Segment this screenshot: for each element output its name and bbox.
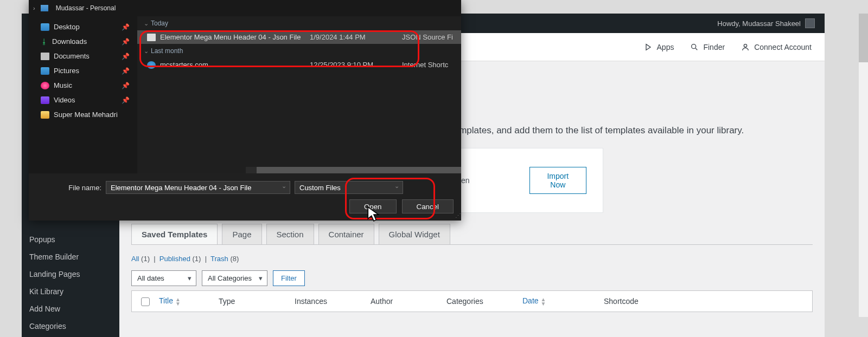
sidebar-item-add-new[interactable]: Add New [22, 300, 119, 317]
filename-label: File name: [36, 184, 101, 192]
pin-icon: 📌 [122, 53, 130, 60]
col-instances: Instances [295, 297, 371, 306]
filter-published[interactable]: Published [159, 255, 190, 263]
user-icon [741, 43, 750, 51]
template-tabs: Saved Templates Page Section Container G… [131, 224, 813, 244]
connect-account-link[interactable]: Connect Account [741, 43, 812, 51]
tab-saved-templates[interactable]: Saved Templates [131, 224, 218, 244]
sidebar-pictures[interactable]: Pictures📌 [29, 63, 137, 78]
browser-scrollbar[interactable] [859, 14, 868, 317]
cancel-button[interactable]: Cancel [402, 199, 454, 213]
col-author: Author [371, 297, 446, 306]
filter-trash[interactable]: Trash [210, 255, 228, 263]
import-now-button[interactable]: Import Now [529, 167, 586, 194]
sidebar-item-categories[interactable]: Categories [22, 317, 119, 335]
filter-all-count: (1) [141, 255, 150, 263]
sidebar-videos[interactable]: Videos📌 [29, 93, 137, 107]
json-file-icon [147, 34, 156, 41]
file-list: Name Date modified Type Today Elementor … [137, 16, 461, 173]
filetype-select[interactable]: Custom Files [295, 181, 403, 194]
all-dates-select[interactable]: All dates [131, 270, 196, 286]
sidebar-folder[interactable]: Super Meat Mehadri [29, 107, 137, 122]
filter-trash-count: (8) [230, 255, 239, 263]
file-row[interactable]: mcstarters.com 12/25/2023 9:10 PM Intern… [137, 58, 461, 72]
col-date[interactable]: Date▲▼ [522, 296, 604, 306]
filter-published-count: (1) [193, 255, 201, 263]
file-row-selected[interactable]: Elementor Mega Menu Header 04 - Json Fil… [137, 30, 461, 44]
finder-label: Finder [703, 43, 725, 51]
sidebar-documents[interactable]: Documents📌 [29, 49, 137, 63]
tab-page[interactable]: Page [222, 224, 261, 244]
templates-table: Title▲▼ Type Instances Author Categories… [131, 290, 813, 312]
video-icon [41, 96, 49, 104]
sidebar-item-theme-builder[interactable]: Theme Builder [22, 248, 119, 265]
breadcrumb-folder[interactable]: Mudassar - Personal [56, 4, 116, 12]
pin-icon: 📌 [122, 67, 130, 75]
tab-section[interactable]: Section [266, 224, 314, 244]
group-last-month[interactable]: Last month [137, 44, 461, 58]
filter-controls: All dates All Categories Filter [131, 270, 813, 286]
status-filter-links: All (1) | Published (1) | Trash (8) [131, 255, 813, 263]
folder-icon [41, 111, 49, 119]
shortcut-icon [147, 61, 156, 69]
dialog-breadcrumb: › Mudassar - Personal [29, 0, 461, 16]
pin-icon: 📌 [122, 96, 130, 104]
howdy-text[interactable]: Howdy, Mudassar Shakeel [717, 20, 801, 28]
download-icon: ⭳ [41, 37, 48, 46]
pin-icon: 📌 [122, 82, 130, 89]
tab-global-widget[interactable]: Global Widget [379, 224, 450, 244]
col-categories: Categories [446, 297, 522, 306]
chevron-right-icon[interactable]: › [33, 5, 35, 11]
horizontal-scrollbar[interactable] [246, 167, 461, 173]
sidebar-music[interactable]: Music📌 [29, 78, 137, 93]
finder-link[interactable]: Finder [690, 43, 725, 51]
svg-point-0 [692, 44, 696, 48]
svg-point-1 [744, 44, 746, 47]
col-shortcode: Shortcode [604, 297, 639, 306]
sidebar-desktop[interactable]: Desktop📌 [29, 20, 137, 34]
sidebar-item-landing-pages[interactable]: Landing Pages [22, 265, 119, 283]
sidebar-downloads[interactable]: ⭳Downloads📌 [29, 34, 137, 49]
file-open-dialog: › Mudassar - Personal Desktop📌 ⭳Download… [29, 0, 461, 221]
col-title[interactable]: Title▲▼ [159, 296, 219, 306]
dialog-bottom-bar: File name: Elementor Mega Menu Header 04… [29, 173, 461, 221]
dialog-sidebar: Desktop📌 ⭳Downloads📌 Documents📌 Pictures… [29, 16, 137, 173]
select-all-checkbox[interactable] [141, 297, 150, 306]
document-icon [41, 53, 49, 60]
filename-input[interactable]: Elementor Mega Menu Header 04 - Json Fil… [106, 181, 290, 194]
avatar[interactable] [805, 18, 815, 28]
apps-label: Apps [657, 43, 674, 51]
play-icon [644, 43, 653, 51]
desktop-icon [41, 23, 49, 31]
sidebar-item-popups[interactable]: Popups [22, 231, 119, 248]
tab-container[interactable]: Container [318, 224, 374, 244]
sidebar-item-kit-library[interactable]: Kit Library [22, 283, 119, 300]
col-type: Type [219, 297, 295, 306]
resize-grip[interactable]: ⋰ [455, 212, 460, 219]
music-icon [41, 82, 49, 89]
search-icon [690, 43, 699, 51]
group-today[interactable]: Today [137, 16, 461, 30]
pin-icon: 📌 [122, 38, 130, 46]
folder-icon [41, 5, 48, 11]
mouse-cursor [367, 206, 381, 224]
picture-icon [41, 67, 49, 75]
tab-underline [131, 244, 813, 245]
pin-icon: 📌 [122, 23, 130, 31]
table-header: Title▲▼ Type Instances Author Categories… [132, 291, 812, 312]
sort-icon: ▲▼ [541, 297, 546, 306]
sort-icon: ▲▼ [175, 297, 181, 306]
filter-button[interactable]: Filter [273, 270, 305, 286]
connect-label: Connect Account [754, 43, 812, 51]
filter-all[interactable]: All [131, 255, 139, 263]
all-categories-select[interactable]: All Categories [202, 270, 267, 286]
apps-link[interactable]: Apps [644, 43, 674, 51]
